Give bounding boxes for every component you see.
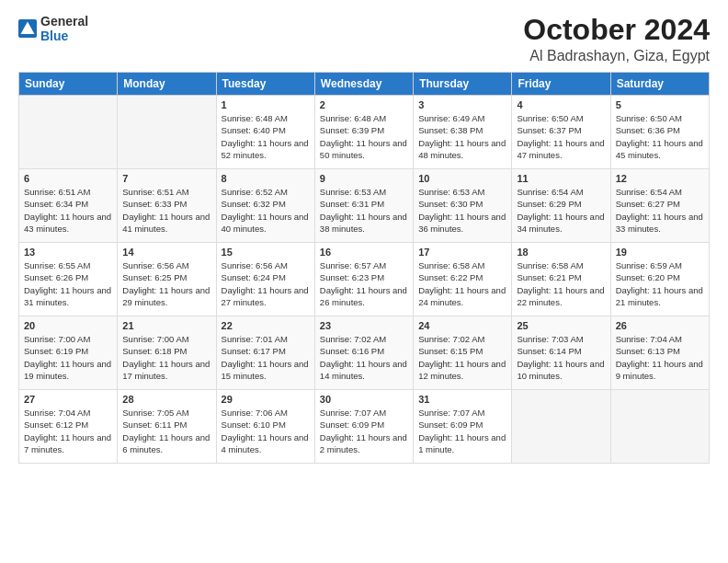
location-title: Al Badrashayn, Giza, Egypt	[523, 48, 710, 64]
cell-detail: Sunrise: 6:59 AM Sunset: 6:20 PM Dayligh…	[616, 259, 704, 308]
day-number: 5	[616, 99, 704, 110]
cell-detail: Sunrise: 6:53 AM Sunset: 6:31 PM Dayligh…	[320, 186, 408, 235]
weekday-header-sunday: Sunday	[19, 73, 118, 96]
calendar-cell: 25Sunrise: 7:03 AM Sunset: 6:14 PM Dayli…	[512, 316, 610, 390]
cell-detail: Sunrise: 6:48 AM Sunset: 6:40 PM Dayligh…	[222, 112, 310, 161]
week-row-2: 6Sunrise: 6:51 AM Sunset: 6:34 PM Daylig…	[19, 169, 710, 243]
day-number: 1	[222, 99, 310, 110]
calendar-cell	[512, 390, 610, 464]
calendar-cell: 17Sunrise: 6:58 AM Sunset: 6:22 PM Dayli…	[414, 243, 512, 316]
cell-detail: Sunrise: 6:49 AM Sunset: 6:38 PM Dayligh…	[418, 112, 506, 161]
calendar-cell	[610, 390, 709, 464]
cell-detail: Sunrise: 6:48 AM Sunset: 6:39 PM Dayligh…	[320, 112, 408, 161]
calendar-cell: 21Sunrise: 7:00 AM Sunset: 6:18 PM Dayli…	[118, 316, 216, 390]
day-number: 6	[24, 173, 112, 184]
logo-blue-text: Blue	[40, 29, 68, 43]
calendar-cell: 22Sunrise: 7:01 AM Sunset: 6:17 PM Dayli…	[216, 316, 314, 390]
day-number: 9	[320, 173, 408, 184]
calendar-cell: 10Sunrise: 6:53 AM Sunset: 6:30 PM Dayli…	[414, 169, 512, 243]
cell-detail: Sunrise: 6:56 AM Sunset: 6:24 PM Dayligh…	[222, 259, 310, 308]
calendar-cell: 20Sunrise: 7:00 AM Sunset: 6:19 PM Dayli…	[19, 316, 118, 390]
calendar-table: SundayMondayTuesdayWednesdayThursdayFrid…	[18, 72, 710, 464]
calendar-cell: 31Sunrise: 7:07 AM Sunset: 6:09 PM Dayli…	[414, 390, 512, 464]
cell-detail: Sunrise: 6:55 AM Sunset: 6:26 PM Dayligh…	[24, 259, 112, 308]
cell-detail: Sunrise: 7:05 AM Sunset: 6:11 PM Dayligh…	[122, 407, 210, 455]
cell-detail: Sunrise: 6:56 AM Sunset: 6:25 PM Dayligh…	[122, 259, 210, 308]
calendar-cell: 13Sunrise: 6:55 AM Sunset: 6:26 PM Dayli…	[19, 243, 118, 316]
day-number: 23	[320, 320, 408, 331]
weekday-header-saturday: Saturday	[610, 73, 709, 96]
day-number: 14	[122, 247, 210, 258]
cell-detail: Sunrise: 7:03 AM Sunset: 6:14 PM Dayligh…	[517, 333, 605, 382]
cell-detail: Sunrise: 7:02 AM Sunset: 6:16 PM Dayligh…	[320, 333, 408, 382]
day-number: 15	[222, 247, 310, 258]
day-number: 20	[24, 320, 112, 331]
day-number: 24	[418, 320, 506, 331]
weekday-header-thursday: Thursday	[414, 73, 512, 96]
cell-detail: Sunrise: 6:58 AM Sunset: 6:21 PM Dayligh…	[517, 259, 605, 308]
cell-detail: Sunrise: 7:06 AM Sunset: 6:10 PM Dayligh…	[222, 407, 310, 455]
calendar-cell: 12Sunrise: 6:54 AM Sunset: 6:27 PM Dayli…	[610, 169, 709, 243]
month-title: October 2024	[523, 14, 710, 46]
week-row-1: 1Sunrise: 6:48 AM Sunset: 6:40 PM Daylig…	[19, 96, 710, 169]
day-number: 16	[320, 247, 408, 258]
weekday-header-wednesday: Wednesday	[314, 73, 413, 96]
cell-detail: Sunrise: 6:50 AM Sunset: 6:36 PM Dayligh…	[616, 112, 704, 161]
calendar-cell: 23Sunrise: 7:02 AM Sunset: 6:16 PM Dayli…	[314, 316, 413, 390]
calendar-cell: 6Sunrise: 6:51 AM Sunset: 6:34 PM Daylig…	[19, 169, 118, 243]
week-row-5: 27Sunrise: 7:04 AM Sunset: 6:12 PM Dayli…	[19, 390, 710, 464]
calendar-cell: 24Sunrise: 7:02 AM Sunset: 6:15 PM Dayli…	[414, 316, 512, 390]
calendar-cell	[19, 96, 118, 169]
calendar-cell	[118, 96, 216, 169]
calendar-cell: 26Sunrise: 7:04 AM Sunset: 6:13 PM Dayli…	[610, 316, 709, 390]
day-number: 30	[320, 394, 408, 405]
day-number: 22	[222, 320, 310, 331]
calendar-container: General Blue October 2024 Al Badrashayn,…	[0, 0, 728, 563]
calendar-cell: 11Sunrise: 6:54 AM Sunset: 6:29 PM Dayli…	[512, 169, 610, 243]
day-number: 4	[517, 99, 605, 110]
calendar-cell: 3Sunrise: 6:49 AM Sunset: 6:38 PM Daylig…	[414, 96, 512, 169]
cell-detail: Sunrise: 7:07 AM Sunset: 6:09 PM Dayligh…	[320, 407, 408, 455]
calendar-cell: 7Sunrise: 6:51 AM Sunset: 6:33 PM Daylig…	[118, 169, 216, 243]
weekday-header-tuesday: Tuesday	[216, 73, 314, 96]
cell-detail: Sunrise: 6:51 AM Sunset: 6:33 PM Dayligh…	[122, 186, 210, 235]
cell-detail: Sunrise: 7:00 AM Sunset: 6:19 PM Dayligh…	[24, 333, 112, 382]
cell-detail: Sunrise: 6:57 AM Sunset: 6:23 PM Dayligh…	[320, 259, 408, 308]
header-section: General Blue October 2024 Al Badrashayn,…	[18, 14, 710, 64]
day-number: 26	[616, 320, 704, 331]
day-number: 19	[616, 247, 704, 258]
calendar-cell: 15Sunrise: 6:56 AM Sunset: 6:24 PM Dayli…	[216, 243, 314, 316]
cell-detail: Sunrise: 6:53 AM Sunset: 6:30 PM Dayligh…	[418, 186, 506, 235]
calendar-cell: 5Sunrise: 6:50 AM Sunset: 6:36 PM Daylig…	[610, 96, 709, 169]
cell-detail: Sunrise: 7:00 AM Sunset: 6:18 PM Dayligh…	[122, 333, 210, 382]
cell-detail: Sunrise: 7:02 AM Sunset: 6:15 PM Dayligh…	[418, 333, 506, 382]
cell-detail: Sunrise: 6:50 AM Sunset: 6:37 PM Dayligh…	[517, 112, 605, 161]
calendar-cell: 29Sunrise: 7:06 AM Sunset: 6:10 PM Dayli…	[216, 390, 314, 464]
weekday-header-friday: Friday	[512, 73, 610, 96]
day-number: 12	[616, 173, 704, 184]
day-number: 21	[122, 320, 210, 331]
logo-icon	[18, 19, 37, 38]
day-number: 3	[418, 99, 506, 110]
weekday-header-monday: Monday	[118, 73, 216, 96]
calendar-cell: 1Sunrise: 6:48 AM Sunset: 6:40 PM Daylig…	[216, 96, 314, 169]
cell-detail: Sunrise: 7:04 AM Sunset: 6:12 PM Dayligh…	[24, 407, 112, 455]
day-number: 7	[122, 173, 210, 184]
calendar-cell: 18Sunrise: 6:58 AM Sunset: 6:21 PM Dayli…	[512, 243, 610, 316]
day-number: 17	[418, 247, 506, 258]
cell-detail: Sunrise: 7:07 AM Sunset: 6:09 PM Dayligh…	[418, 407, 506, 455]
day-number: 25	[517, 320, 605, 331]
calendar-cell: 30Sunrise: 7:07 AM Sunset: 6:09 PM Dayli…	[314, 390, 413, 464]
logo: General Blue	[18, 14, 88, 43]
day-number: 18	[517, 247, 605, 258]
cell-detail: Sunrise: 6:52 AM Sunset: 6:32 PM Dayligh…	[222, 186, 310, 235]
calendar-cell: 2Sunrise: 6:48 AM Sunset: 6:39 PM Daylig…	[314, 96, 413, 169]
day-number: 31	[418, 394, 506, 405]
weekday-header-row: SundayMondayTuesdayWednesdayThursdayFrid…	[19, 73, 710, 96]
calendar-cell: 19Sunrise: 6:59 AM Sunset: 6:20 PM Dayli…	[610, 243, 709, 316]
calendar-cell: 4Sunrise: 6:50 AM Sunset: 6:37 PM Daylig…	[512, 96, 610, 169]
week-row-4: 20Sunrise: 7:00 AM Sunset: 6:19 PM Dayli…	[19, 316, 710, 390]
title-section: October 2024 Al Badrashayn, Giza, Egypt	[523, 14, 710, 64]
calendar-cell: 28Sunrise: 7:05 AM Sunset: 6:11 PM Dayli…	[118, 390, 216, 464]
day-number: 29	[222, 394, 310, 405]
